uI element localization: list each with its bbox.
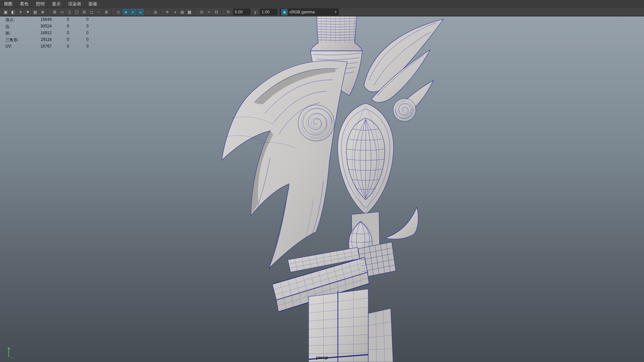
- view-transform-value: sRGB gamma: [288, 10, 331, 14]
- gamma-input[interactable]: [260, 9, 277, 15]
- hud-row-col2: 0: [52, 31, 69, 37]
- lock-camera-icon[interactable]: ◧: [10, 9, 16, 15]
- ambient-occlusion-icon[interactable]: ◍: [179, 9, 185, 15]
- bookmark-icon[interactable]: ▼: [24, 9, 31, 15]
- hud-row-col2: 0: [52, 17, 69, 24]
- pan-zoom-icon[interactable]: ⊕: [39, 9, 46, 15]
- grid-icon[interactable]: ⊞: [51, 9, 58, 15]
- field-chart-icon[interactable]: ⊟: [81, 9, 88, 15]
- menu-shading[interactable]: 着色: [16, 0, 32, 8]
- wireframe-icon[interactable]: ◇: [115, 9, 122, 15]
- viewport-3d[interactable]: 顶点:1564900边:3052400面:1491200三角形:2911600U…: [0, 16, 644, 362]
- menu-lighting[interactable]: 照明: [32, 0, 48, 8]
- poly-count-hud: 顶点:1564900边:3052400面:1491200三角形:2911600U…: [5, 17, 89, 51]
- toolbar-separator: [222, 9, 223, 15]
- select-camera-icon[interactable]: ▣: [2, 9, 9, 15]
- view-transform-dropdown[interactable]: ◉ sRGB gamma ▼: [280, 8, 339, 15]
- camera-name-label: persp: [0, 355, 644, 360]
- toolbar-separator: [112, 9, 113, 15]
- hud-row-col2: 0: [52, 24, 69, 31]
- model-center-shield: [338, 103, 394, 215]
- hud-row-label: 面:: [5, 31, 36, 37]
- hud-row-label: 顶点:: [5, 17, 36, 24]
- hud-row-col3: 0: [69, 37, 89, 44]
- toolbar-group-shading-toggles: ◇●◐◒◌◎: [115, 9, 159, 15]
- gamma-icon[interactable]: γ: [252, 9, 259, 15]
- hud-row-label: UV:: [5, 44, 36, 51]
- hud-row-col3: 0: [69, 17, 89, 24]
- exposure-input[interactable]: [233, 9, 251, 15]
- maya-panel-window: 视图着色照明显示渲染器面板 ▣◧≡▼▤⊕⊞▭▯▢⊟◻▫≣◇●◐◒◌◎☀◑◍▩⊙≈…: [0, 0, 644, 362]
- shadows-icon[interactable]: ◑: [171, 9, 178, 15]
- hud-row-label: 边:: [5, 24, 36, 31]
- chevron-down-icon: ▼: [331, 10, 337, 14]
- film-gate-icon[interactable]: ▭: [59, 9, 65, 15]
- textured-icon[interactable]: ◒: [137, 9, 144, 15]
- toolbar-separator: [48, 9, 49, 15]
- menu-panels[interactable]: 面板: [85, 0, 101, 8]
- safe-title-icon[interactable]: ▫: [96, 9, 102, 15]
- hud-row-value: 15649: [36, 17, 52, 24]
- plane-clip-icon[interactable]: ⊡: [213, 9, 220, 15]
- hud-row-label: 三角形:: [5, 37, 36, 44]
- toolbar-group-gate-toggles: ⊞▭▯▢⊟◻▫≣: [51, 9, 110, 15]
- menu-view[interactable]: 视图: [0, 0, 16, 8]
- menu-renderer[interactable]: 渲染器: [64, 0, 85, 8]
- xray-icon[interactable]: ◎: [152, 9, 159, 15]
- smooth-shade-icon[interactable]: ●: [122, 9, 129, 15]
- model-handle: [309, 289, 393, 362]
- model-blade-shaft: [311, 16, 362, 51]
- panel-toolbar: ▣◧≡▼▤⊕⊞▭▯▢⊟◻▫≣◇●◐◒◌◎☀◑◍▩⊙≈⊡ ↻ γ ◉ sRGB g…: [0, 8, 644, 16]
- wireframe-on-shaded-icon[interactable]: ◐: [130, 9, 137, 15]
- menu-show[interactable]: 显示: [48, 0, 64, 8]
- toolbar-separator: [195, 9, 196, 15]
- fog-icon[interactable]: ≈: [206, 9, 212, 15]
- hud-row-value: 16767: [36, 44, 52, 51]
- toolbar-separator: [161, 9, 162, 15]
- all-lights-icon[interactable]: ☀: [164, 9, 171, 15]
- hud-row-value: 14912: [36, 31, 52, 37]
- view-axis-gizmo[interactable]: [5, 344, 20, 359]
- use-default-material-icon[interactable]: ◌: [145, 9, 151, 15]
- anti-alias-icon[interactable]: ▩: [186, 9, 193, 15]
- color-management-icon[interactable]: ◉: [281, 9, 288, 15]
- hud-row-col2: 0: [52, 37, 69, 44]
- panel-menubar: 视图着色照明显示渲染器面板: [0, 0, 644, 8]
- hud-row-value: 29116: [36, 37, 52, 44]
- resolution-gate-icon[interactable]: ▯: [66, 9, 73, 15]
- hud-row-col3: 0: [69, 44, 89, 51]
- exposure-icon[interactable]: ↻: [225, 9, 232, 15]
- hud-row-col2: 0: [52, 44, 69, 51]
- model-lower-claw: [385, 207, 418, 239]
- gate-mask-icon[interactable]: ▢: [73, 9, 80, 15]
- isolate-select-icon[interactable]: ⊙: [198, 9, 205, 15]
- hud-row-col3: 0: [69, 24, 89, 31]
- hud-toggle-icon[interactable]: ≣: [103, 9, 110, 15]
- model-feather-mass: [222, 61, 347, 268]
- hud-row-value: 30524: [36, 24, 52, 31]
- toolbar-group-isolate-tools: ⊙≈⊡: [198, 9, 220, 15]
- hud-row-col3: 0: [69, 31, 89, 37]
- safe-action-icon[interactable]: ◻: [88, 9, 95, 15]
- model-wireframe-sword-hilt[interactable]: [0, 16, 644, 362]
- toolbar-group-camera-tools: ▣◧≡▼▤⊕: [2, 9, 46, 15]
- image-plane-icon[interactable]: ▤: [32, 9, 39, 15]
- camera-attributes-icon[interactable]: ≡: [17, 9, 24, 15]
- toolbar-group-lighting-toggles: ☀◑◍▩: [164, 9, 193, 15]
